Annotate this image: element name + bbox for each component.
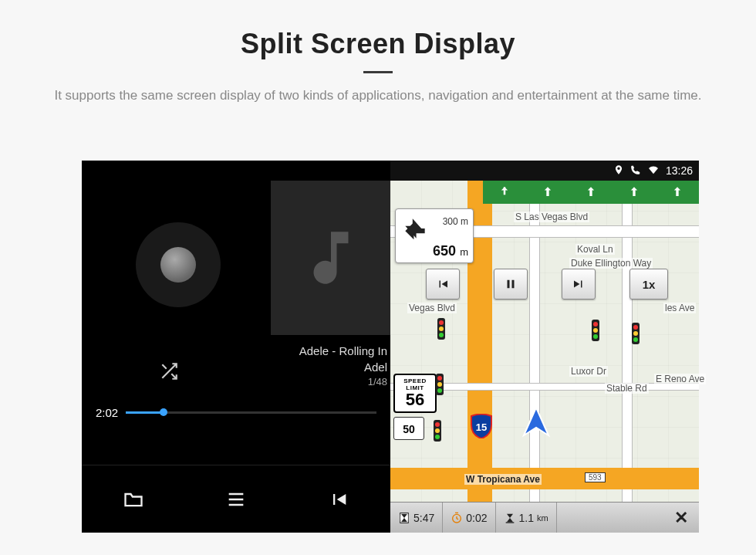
navigation-panel[interactable]: S Las Vegas Blvd Koval Ln Duke Ellington… <box>390 181 699 533</box>
svg-rect-7 <box>508 280 510 289</box>
street-label: W Tropicana Ave <box>464 474 542 485</box>
music-player-panel: Adele - Rolling In Adel 1/48 2:02 <box>82 161 390 533</box>
interstate-shield-15: 15 <box>470 414 493 438</box>
svg-text:15: 15 <box>476 421 487 433</box>
svg-point-27 <box>633 325 638 330</box>
turn-instruction: 300 m 650 m <box>395 208 474 263</box>
speed-limit-sign: SPEED LIMIT 56 <box>393 374 437 413</box>
street-label: Stable Rd <box>605 383 649 394</box>
svg-point-20 <box>435 428 440 433</box>
progress-row: 2:02 <box>96 403 376 421</box>
svg-point-29 <box>633 337 638 342</box>
joystick-control[interactable] <box>136 222 221 307</box>
vehicle-position-icon <box>518 404 555 445</box>
svg-rect-3 <box>546 190 548 196</box>
android-statusbar: 13:26 <box>390 161 699 181</box>
svg-point-11 <box>439 320 444 325</box>
svg-point-13 <box>439 333 444 337</box>
trip-distance: 1.1 km <box>496 503 557 533</box>
traffic-light-icon <box>631 323 640 344</box>
svg-point-24 <box>593 328 598 333</box>
road-tropicana <box>390 468 699 489</box>
playlist-button[interactable] <box>184 465 287 533</box>
traffic-light-icon <box>435 374 444 395</box>
clock-text: 13:26 <box>666 164 693 177</box>
elapsed-time: 2:02 <box>96 406 118 419</box>
album-art-placeholder <box>271 181 390 335</box>
svg-point-19 <box>435 422 440 427</box>
folder-button[interactable] <box>82 465 184 533</box>
svg-point-21 <box>435 435 440 439</box>
shuffle-button[interactable] <box>159 361 179 386</box>
turn-dist-small: 300 <box>443 216 458 227</box>
title-underline <box>363 71 393 73</box>
split-screen-device: 13:26 Adele - Rolling In Adel 1/48 2:02 <box>82 161 699 533</box>
svg-point-25 <box>593 334 598 339</box>
svg-point-17 <box>437 388 442 393</box>
street-label: Duke Ellington Way <box>569 258 653 269</box>
svg-point-28 <box>633 331 638 336</box>
svg-rect-36 <box>505 522 514 523</box>
route-shield-50: 50 <box>393 417 424 440</box>
svg-rect-6 <box>676 190 678 196</box>
svg-point-15 <box>437 376 442 381</box>
wifi-icon <box>647 164 660 178</box>
track-title: Adele - Rolling In <box>299 343 387 359</box>
street-label: les Ave <box>663 303 696 313</box>
street-label: Vegas Blvd <box>407 303 457 313</box>
svg-rect-8 <box>512 280 515 289</box>
sim-pause-button[interactable] <box>494 269 528 299</box>
page-title: Split Screen Display <box>0 28 756 60</box>
location-icon <box>613 164 624 178</box>
sim-next-button[interactable] <box>562 269 596 299</box>
traffic-light-icon <box>433 420 442 442</box>
turn-dist-big: 650 <box>433 243 456 259</box>
arrival-time: 5:47 <box>390 503 443 533</box>
traffic-light-icon <box>437 318 446 340</box>
track-index: 1/48 <box>299 375 387 389</box>
street-label: S Las Vegas Blvd <box>514 212 589 222</box>
svg-point-23 <box>593 322 598 327</box>
nav-bottom-bar: 5:47 0:02 1.1 km ✕ <box>390 502 699 533</box>
speed-limit-value: 56 <box>395 391 435 408</box>
sim-prev-button[interactable] <box>426 269 460 299</box>
joystick-knob[interactable] <box>160 247 196 283</box>
svg-rect-5 <box>633 190 635 196</box>
lane-guidance <box>483 181 699 204</box>
seek-handle[interactable] <box>160 408 167 416</box>
svg-point-16 <box>437 382 442 387</box>
street-label: Koval Ln <box>575 244 615 255</box>
trip-time: 0:02 <box>443 503 495 533</box>
music-bottom-bar <box>82 465 390 533</box>
traffic-light-icon <box>591 320 600 341</box>
page-subtitle: It supports the same screen display of t… <box>46 86 710 106</box>
nav-simulation-controls: 1x <box>426 269 668 299</box>
route-marker: 593 <box>585 472 606 482</box>
seek-bar[interactable] <box>126 411 376 414</box>
track-info: Adele - Rolling In Adel 1/48 <box>299 343 390 389</box>
previous-track-button[interactable] <box>288 465 390 533</box>
close-button[interactable]: ✕ <box>663 508 699 528</box>
svg-rect-4 <box>589 190 592 196</box>
phone-icon <box>630 164 641 178</box>
svg-point-12 <box>439 327 444 331</box>
street-label: E Reno Ave <box>654 374 706 384</box>
sim-speed-button[interactable]: 1x <box>629 269 668 299</box>
street-label: Luxor Dr <box>569 366 608 377</box>
track-artist: Adel <box>299 359 387 375</box>
